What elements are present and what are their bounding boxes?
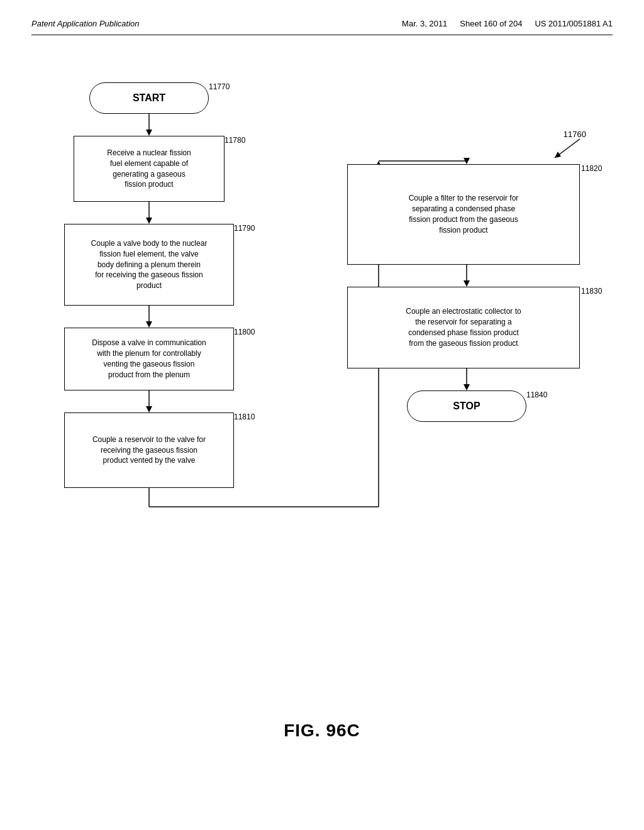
- ref-11790: 11790: [234, 224, 255, 233]
- ref-11820: 11820: [581, 164, 602, 173]
- svg-marker-17: [464, 158, 470, 164]
- svg-marker-13: [464, 280, 470, 287]
- ref-11800: 11800: [234, 328, 255, 336]
- ref-11770: 11770: [209, 82, 230, 91]
- label-11800: Dispose a valve in communication with th…: [92, 338, 206, 380]
- node-11830: Couple an electrostatic collector to the…: [347, 287, 580, 368]
- node-11810: Couple a reservoir to the valve for rece…: [64, 412, 234, 488]
- node-11820: Couple a filter to the reservoir for sep…: [347, 164, 580, 265]
- header-divider: [31, 35, 613, 35]
- ref-11830: 11830: [581, 287, 602, 296]
- svg-marker-15: [464, 384, 470, 390]
- publication-date: Mar. 3, 2011: [402, 19, 447, 28]
- node-11800: Dispose a valve in communication with th…: [64, 328, 234, 390]
- stop-label: STOP: [453, 399, 480, 413]
- label-11830: Couple an electrostatic collector to the…: [406, 306, 521, 348]
- start-node: START: [89, 82, 209, 114]
- ref-11840: 11840: [526, 390, 547, 399]
- label-11820: Couple a filter to the reservoir for sep…: [409, 193, 519, 235]
- svg-marker-3: [146, 218, 152, 224]
- label-11780: Receive a nuclear fission fuel element c…: [107, 148, 191, 190]
- diagonal-arrow: [548, 136, 586, 161]
- svg-marker-19: [555, 152, 561, 158]
- patent-number: US 2011/0051881 A1: [535, 19, 613, 28]
- figure-caption: FIG. 96C: [31, 721, 613, 741]
- page: Patent Application Publication Mar. 3, 2…: [0, 0, 644, 830]
- svg-marker-1: [146, 130, 152, 136]
- node-11780: Receive a nuclear fission fuel element c…: [74, 136, 225, 202]
- svg-marker-5: [146, 321, 152, 328]
- diagram-area: START 11770 Receive a nuclear fission fu…: [39, 48, 605, 708]
- ref-11780: 11780: [225, 136, 245, 145]
- page-header: Patent Application Publication Mar. 3, 2…: [31, 19, 613, 28]
- label-11810: Couple a reservoir to the valve for rece…: [92, 434, 206, 466]
- stop-node: STOP: [407, 390, 526, 422]
- publication-label: Patent Application Publication: [31, 19, 140, 28]
- label-11790: Couple a valve body to the nuclear fissi…: [91, 238, 208, 291]
- node-11790: Couple a valve body to the nuclear fissi…: [64, 224, 234, 306]
- header-info: Mar. 3, 2011 Sheet 160 of 204 US 2011/00…: [402, 19, 613, 28]
- sheet-info: Sheet 160 of 204: [460, 19, 522, 28]
- start-label: START: [133, 91, 165, 105]
- ref-11810: 11810: [234, 412, 255, 421]
- svg-marker-7: [146, 406, 152, 412]
